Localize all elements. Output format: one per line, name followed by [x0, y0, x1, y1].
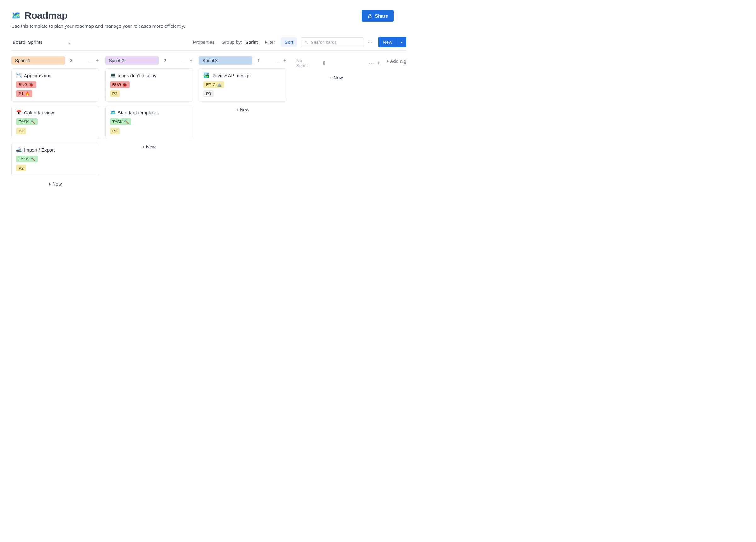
search-icon [304, 40, 308, 44]
card-title: 🗺️Standard templates [110, 110, 188, 115]
card-emoji-icon: 💻 [110, 72, 116, 78]
column-count: 2 [164, 58, 166, 63]
column-header-pill[interactable]: No Sprint [293, 56, 318, 70]
card[interactable]: 🚢Import / ExportTASK 🔨P2 [11, 143, 99, 176]
board-selector[interactable]: Board: Sprints ⌄ [11, 37, 72, 47]
column-more-button[interactable]: ⋯ [181, 58, 186, 64]
card-title: 📅Calendar view [16, 110, 94, 115]
column-add-button[interactable]: + [190, 58, 192, 64]
share-button[interactable]: Share [362, 10, 394, 22]
chevron-down-icon [400, 41, 403, 44]
page-title: Roadmap [25, 10, 68, 21]
add-card-button[interactable]: + New [199, 105, 286, 113]
card[interactable]: 🗺️Standard templatesTASK 🔨P2 [105, 105, 193, 139]
card[interactable]: 🏞️Review API designEPIC ⛰️P3 [199, 68, 286, 102]
svg-point-1 [305, 41, 307, 43]
board-name: Board: Sprints [13, 39, 43, 45]
group-by-label: Group by: [221, 39, 242, 45]
card[interactable]: 📅Calendar viewTASK 🔨P2 [11, 105, 99, 139]
group-by-button[interactable]: Group by: Sprint [220, 37, 259, 47]
card-title: 🏞️Review API design [203, 72, 282, 78]
group-by-value: Sprint [245, 39, 258, 45]
chevron-down-icon: ⌄ [67, 39, 71, 45]
column-header-pill[interactable]: Sprint 2 [105, 56, 159, 65]
column-count: 3 [70, 58, 72, 63]
card-tag: BUG 🐞 [110, 81, 130, 88]
card-tag: P2 [16, 128, 26, 134]
more-options-button[interactable]: ⋯ [366, 38, 375, 46]
filter-button[interactable]: Filter [261, 37, 279, 47]
svg-line-2 [307, 43, 308, 43]
add-card-button[interactable]: + New [293, 73, 380, 81]
card-tag: P3 [203, 90, 214, 97]
card-emoji-icon: 🚢 [16, 147, 22, 152]
card-tag: P2 [16, 165, 26, 171]
column-count: 1 [257, 58, 260, 63]
search-box[interactable] [301, 37, 364, 47]
card-emoji-icon: 🏞️ [203, 72, 209, 78]
new-dropdown[interactable] [397, 37, 406, 47]
properties-button[interactable]: Properties [189, 37, 218, 47]
share-label: Share [375, 13, 388, 19]
card-title: 💻Icons don't display [110, 72, 188, 78]
card-tag: P2 [110, 128, 120, 134]
card-emoji-icon: 📅 [16, 110, 22, 115]
add-card-button[interactable]: + New [11, 180, 99, 188]
column-add-button[interactable]: + [283, 58, 286, 64]
new-button[interactable]: New [378, 37, 397, 47]
column-add-button[interactable]: + [96, 58, 99, 64]
card-title: 📉App crashing [16, 72, 94, 78]
column-more-button[interactable]: ⋯ [369, 60, 374, 66]
card-emoji-icon: 📉 [16, 72, 22, 78]
search-input[interactable] [311, 40, 360, 45]
add-group-button[interactable]: + Add a g [386, 56, 406, 64]
page-subtitle: Use this template to plan your roadmap a… [11, 23, 185, 29]
card-tag: TASK 🔨 [16, 118, 38, 125]
lock-icon [367, 14, 372, 19]
sort-button[interactable]: Sort [281, 37, 297, 47]
add-card-button[interactable]: + New [105, 143, 193, 151]
column-add-button[interactable]: + [377, 60, 380, 66]
card[interactable]: 📉App crashingBUG 🐞P1 🔥 [11, 68, 99, 102]
card-title: 🚢Import / Export [16, 147, 94, 152]
column-more-button[interactable]: ⋯ [88, 58, 93, 64]
card-tag: BUG 🐞 [16, 81, 36, 88]
card[interactable]: 💻Icons don't displayBUG 🐞P2 [105, 68, 193, 102]
page-emoji: 🗺️ [11, 12, 21, 19]
card-tag: TASK 🔨 [110, 118, 132, 125]
column-header-pill[interactable]: Sprint 3 [199, 56, 252, 65]
column-count: 0 [323, 60, 325, 66]
column-header-pill[interactable]: Sprint 1 [11, 56, 65, 65]
card-tag: EPIC ⛰️ [203, 81, 224, 88]
card-tag: P1 🔥 [16, 90, 32, 97]
card-tag: P2 [110, 90, 120, 97]
svg-rect-0 [369, 16, 371, 18]
card-tag: TASK 🔨 [16, 156, 38, 162]
column-more-button[interactable]: ⋯ [275, 58, 280, 64]
card-emoji-icon: 🗺️ [110, 110, 116, 115]
